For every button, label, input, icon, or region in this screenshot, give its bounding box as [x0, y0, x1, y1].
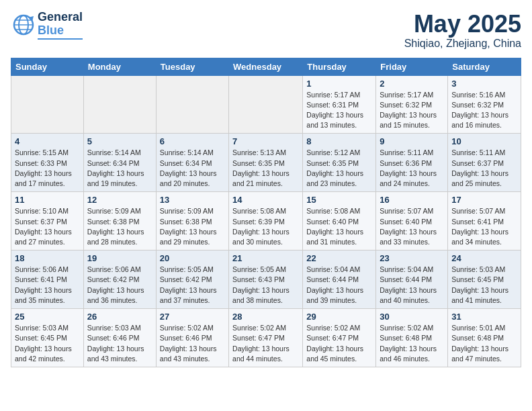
calendar-cell — [229, 75, 303, 134]
calendar-week-4: 18Sunrise: 5:06 AMSunset: 6:41 PMDayligh… — [11, 250, 521, 309]
day-info: Sunrise: 5:02 AMSunset: 6:47 PMDaylight:… — [232, 323, 299, 364]
calendar-cell: 17Sunrise: 5:07 AMSunset: 6:41 PMDayligh… — [448, 192, 521, 250]
day-number: 27 — [160, 312, 225, 322]
day-info: Sunrise: 5:10 AMSunset: 6:37 PMDaylight:… — [15, 206, 80, 247]
calendar-cell: 18Sunrise: 5:06 AMSunset: 6:41 PMDayligh… — [11, 250, 84, 309]
day-info: Sunrise: 5:17 AMSunset: 6:32 PMDaylight:… — [380, 90, 444, 131]
weekday-header-monday: Monday — [83, 58, 156, 75]
day-info: Sunrise: 5:16 AMSunset: 6:32 PMDaylight:… — [451, 90, 517, 131]
day-number: 19 — [87, 253, 152, 263]
day-number: 12 — [87, 195, 152, 205]
day-number: 28 — [232, 312, 299, 322]
day-info: Sunrise: 5:06 AMSunset: 6:42 PMDaylight:… — [87, 265, 152, 306]
calendar-cell: 30Sunrise: 5:02 AMSunset: 6:48 PMDayligh… — [376, 309, 448, 367]
logo-text-general: General — [38, 11, 83, 24]
day-info: Sunrise: 5:05 AMSunset: 6:43 PMDaylight:… — [232, 265, 299, 306]
day-info: Sunrise: 5:07 AMSunset: 6:41 PMDaylight:… — [451, 206, 517, 247]
title-block: May 2025 Shiqiao, Zhejiang, China — [404, 11, 521, 50]
day-info: Sunrise: 5:05 AMSunset: 6:42 PMDaylight:… — [160, 265, 225, 306]
calendar-cell: 21Sunrise: 5:05 AMSunset: 6:43 PMDayligh… — [229, 250, 303, 309]
calendar-cell: 6Sunrise: 5:14 AMSunset: 6:34 PMDaylight… — [156, 134, 228, 192]
day-info: Sunrise: 5:13 AMSunset: 6:35 PMDaylight:… — [232, 148, 299, 189]
calendar-cell: 16Sunrise: 5:07 AMSunset: 6:40 PMDayligh… — [376, 192, 448, 250]
day-info: Sunrise: 5:15 AMSunset: 6:33 PMDaylight:… — [15, 148, 80, 189]
day-info: Sunrise: 5:17 AMSunset: 6:31 PMDaylight:… — [306, 90, 372, 131]
day-info: Sunrise: 5:02 AMSunset: 6:46 PMDaylight:… — [160, 323, 225, 364]
day-info: Sunrise: 5:04 AMSunset: 6:44 PMDaylight:… — [380, 265, 444, 306]
day-number: 14 — [232, 195, 299, 205]
calendar-cell: 19Sunrise: 5:06 AMSunset: 6:42 PMDayligh… — [83, 250, 156, 309]
day-info: Sunrise: 5:11 AMSunset: 6:37 PMDaylight:… — [451, 148, 517, 189]
calendar-cell: 10Sunrise: 5:11 AMSunset: 6:37 PMDayligh… — [448, 134, 521, 192]
weekday-header-saturday: Saturday — [448, 58, 521, 75]
calendar-cell: 26Sunrise: 5:03 AMSunset: 6:46 PMDayligh… — [83, 309, 156, 367]
day-number: 23 — [380, 253, 444, 263]
day-number: 21 — [232, 253, 299, 263]
day-info: Sunrise: 5:03 AMSunset: 6:45 PMDaylight:… — [15, 323, 80, 364]
calendar-cell: 27Sunrise: 5:02 AMSunset: 6:46 PMDayligh… — [156, 309, 228, 367]
calendar-cell: 9Sunrise: 5:11 AMSunset: 6:36 PMDaylight… — [376, 134, 448, 192]
day-number: 3 — [451, 79, 517, 89]
day-info: Sunrise: 5:01 AMSunset: 6:48 PMDaylight:… — [451, 323, 517, 364]
day-number: 9 — [380, 136, 444, 146]
day-number: 16 — [380, 195, 444, 205]
day-info: Sunrise: 5:09 AMSunset: 6:38 PMDaylight:… — [160, 206, 225, 247]
day-number: 1 — [306, 79, 372, 89]
calendar-cell: 11Sunrise: 5:10 AMSunset: 6:37 PMDayligh… — [11, 192, 84, 250]
day-number: 10 — [451, 136, 517, 146]
calendar-cell: 5Sunrise: 5:14 AMSunset: 6:34 PMDaylight… — [83, 134, 156, 192]
calendar-week-5: 25Sunrise: 5:03 AMSunset: 6:45 PMDayligh… — [11, 309, 521, 367]
calendar-cell: 3Sunrise: 5:16 AMSunset: 6:32 PMDaylight… — [448, 75, 521, 134]
weekday-header-row: SundayMondayTuesdayWednesdayThursdayFrid… — [11, 58, 521, 75]
day-number: 2 — [380, 79, 444, 89]
day-number: 4 — [15, 136, 80, 146]
day-number: 6 — [160, 136, 225, 146]
calendar-cell: 29Sunrise: 5:02 AMSunset: 6:47 PMDayligh… — [303, 309, 376, 367]
day-number: 18 — [15, 253, 80, 263]
calendar-cell: 28Sunrise: 5:02 AMSunset: 6:47 PMDayligh… — [229, 309, 303, 367]
day-info: Sunrise: 5:12 AMSunset: 6:35 PMDaylight:… — [306, 148, 372, 189]
day-info: Sunrise: 5:08 AMSunset: 6:39 PMDaylight:… — [232, 206, 299, 247]
weekday-header-thursday: Thursday — [303, 58, 376, 75]
calendar-cell: 23Sunrise: 5:04 AMSunset: 6:44 PMDayligh… — [376, 250, 448, 309]
day-number: 22 — [306, 253, 372, 263]
calendar-cell — [156, 75, 228, 134]
day-number: 20 — [160, 253, 225, 263]
weekday-header-friday: Friday — [376, 58, 448, 75]
calendar-cell — [83, 75, 156, 134]
day-number: 25 — [15, 312, 80, 322]
calendar-cell: 14Sunrise: 5:08 AMSunset: 6:39 PMDayligh… — [229, 192, 303, 250]
calendar-week-1: 1Sunrise: 5:17 AMSunset: 6:31 PMDaylight… — [11, 75, 521, 134]
weekday-header-tuesday: Tuesday — [156, 58, 228, 75]
month-title: May 2025 — [404, 11, 521, 38]
location-title: Shiqiao, Zhejiang, China — [404, 38, 521, 50]
day-number: 8 — [306, 136, 372, 146]
day-info: Sunrise: 5:02 AMSunset: 6:47 PMDaylight:… — [306, 323, 372, 364]
logo: General Blue — [11, 11, 83, 40]
calendar-cell: 2Sunrise: 5:17 AMSunset: 6:32 PMDaylight… — [376, 75, 448, 134]
logo-text-blue: Blue — [38, 24, 83, 38]
weekday-header-sunday: Sunday — [11, 58, 84, 75]
calendar-cell: 4Sunrise: 5:15 AMSunset: 6:33 PMDaylight… — [11, 134, 84, 192]
calendar-cell: 31Sunrise: 5:01 AMSunset: 6:48 PMDayligh… — [448, 309, 521, 367]
calendar-cell: 25Sunrise: 5:03 AMSunset: 6:45 PMDayligh… — [11, 309, 84, 367]
calendar-table: SundayMondayTuesdayWednesdayThursdayFrid… — [11, 58, 521, 367]
calendar-cell: 1Sunrise: 5:17 AMSunset: 6:31 PMDaylight… — [303, 75, 376, 134]
day-info: Sunrise: 5:14 AMSunset: 6:34 PMDaylight:… — [87, 148, 152, 189]
calendar-week-3: 11Sunrise: 5:10 AMSunset: 6:37 PMDayligh… — [11, 192, 521, 250]
day-number: 7 — [232, 136, 299, 146]
day-info: Sunrise: 5:06 AMSunset: 6:41 PMDaylight:… — [15, 265, 80, 306]
calendar-cell: 22Sunrise: 5:04 AMSunset: 6:44 PMDayligh… — [303, 250, 376, 309]
page-header: General Blue May 2025 Shiqiao, Zhejiang,… — [11, 11, 521, 50]
day-info: Sunrise: 5:02 AMSunset: 6:48 PMDaylight:… — [380, 323, 444, 364]
day-number: 11 — [15, 195, 80, 205]
day-number: 5 — [87, 136, 152, 146]
day-info: Sunrise: 5:09 AMSunset: 6:38 PMDaylight:… — [87, 206, 152, 247]
day-number: 24 — [451, 253, 517, 263]
logo-icon — [11, 12, 36, 38]
day-info: Sunrise: 5:11 AMSunset: 6:36 PMDaylight:… — [380, 148, 444, 189]
day-number: 13 — [160, 195, 225, 205]
calendar-cell: 7Sunrise: 5:13 AMSunset: 6:35 PMDaylight… — [229, 134, 303, 192]
calendar-cell: 12Sunrise: 5:09 AMSunset: 6:38 PMDayligh… — [83, 192, 156, 250]
day-number: 26 — [87, 312, 152, 322]
